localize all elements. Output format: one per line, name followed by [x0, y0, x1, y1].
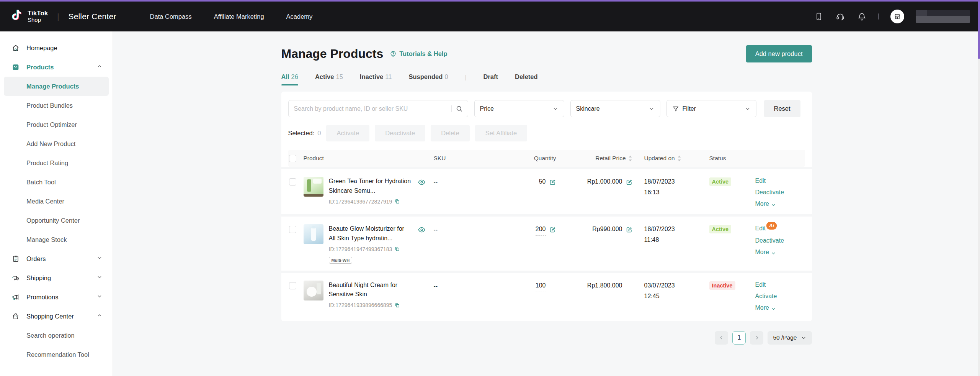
- product-image[interactable]: [304, 224, 323, 244]
- sidebar-item-manage-products[interactable]: Manage Products: [4, 77, 109, 96]
- sidebar-item-manage-stock[interactable]: Manage Stock: [0, 230, 113, 249]
- chevron-down-icon: [96, 255, 103, 263]
- tab-inactive[interactable]: Inactive 11: [360, 73, 392, 85]
- sidebar-item-search-operation[interactable]: Search operation: [0, 326, 113, 345]
- category-dropdown[interactable]: Skincare: [570, 100, 660, 117]
- copy-icon[interactable]: [394, 199, 400, 204]
- sidebar-item-shipping[interactable]: Shipping: [0, 268, 113, 287]
- copy-icon[interactable]: [394, 246, 400, 252]
- edit-price-icon[interactable]: [626, 179, 633, 187]
- tab-count: 15: [336, 73, 343, 80]
- scrollbar-thumb[interactable]: [978, 1, 980, 59]
- prev-page-button[interactable]: [715, 331, 728, 345]
- sidebar-item-promotions[interactable]: Promotions: [0, 287, 113, 307]
- shop-name-redacted[interactable]: [916, 10, 970, 23]
- search-box[interactable]: [288, 100, 468, 117]
- edit-price-icon[interactable]: [626, 226, 633, 235]
- more-action[interactable]: More: [755, 304, 776, 311]
- mobile-app-icon[interactable]: [814, 11, 824, 21]
- next-page-button[interactable]: [750, 331, 763, 345]
- support-headset-icon[interactable]: [835, 11, 845, 21]
- tab-label: Inactive: [360, 73, 383, 80]
- topbar-separator: [878, 13, 879, 20]
- column-updated-on[interactable]: Updated on: [644, 155, 709, 162]
- tutorials-help-link[interactable]: Tutorials & Help: [389, 50, 447, 58]
- product-name[interactable]: Beautiful Night Cream for Sensitive Skin: [329, 281, 412, 300]
- deactivate-action[interactable]: Deactivate: [755, 237, 784, 244]
- sidebar-item-add-new-product[interactable]: Add New Product: [0, 134, 113, 153]
- deactivate-button[interactable]: Deactivate: [375, 125, 425, 141]
- tabs-divider: |: [465, 73, 467, 80]
- tab-deleted[interactable]: Deleted: [515, 73, 538, 85]
- notifications-bell-icon[interactable]: [857, 11, 867, 21]
- copy-icon[interactable]: [394, 302, 400, 308]
- sidebar-item-orders[interactable]: Orders: [0, 249, 113, 268]
- quantity-value[interactable]: 100: [536, 282, 546, 292]
- edit-action[interactable]: Edit: [755, 177, 766, 184]
- current-page[interactable]: 1: [732, 331, 746, 345]
- search-input[interactable]: [294, 105, 451, 112]
- column-retail-price[interactable]: Retail Price: [568, 155, 644, 162]
- nav-academy[interactable]: Academy: [286, 13, 313, 20]
- shop-avatar[interactable]: [890, 10, 904, 23]
- page-size-dropdown[interactable]: 50 /Page: [768, 331, 812, 345]
- sidebar-item-batch-tool[interactable]: Batch Tool: [0, 172, 113, 192]
- edit-quantity-icon[interactable]: [549, 179, 556, 187]
- row-checkbox[interactable]: [289, 226, 296, 233]
- sidebar-item-product-bundles[interactable]: Product Bundles: [0, 96, 113, 115]
- activate-action[interactable]: Activate: [755, 293, 777, 300]
- tab-suspended[interactable]: Suspended 0: [408, 73, 448, 85]
- more-action[interactable]: More: [755, 249, 776, 256]
- row-checkbox[interactable]: [289, 178, 296, 186]
- nav-affiliate-marketing[interactable]: Affiliate Marketing: [214, 13, 264, 20]
- product-image[interactable]: [304, 281, 323, 300]
- product-image[interactable]: [304, 177, 323, 197]
- edit-action[interactable]: Edit Ai: [755, 225, 777, 233]
- orders-clipboard-icon: [11, 254, 20, 263]
- ai-badge: Ai: [766, 222, 777, 230]
- sidebar-item-shopping-center[interactable]: Shopping Center: [0, 307, 113, 326]
- sidebar-item-product-rating[interactable]: Product Rating: [0, 153, 113, 172]
- sidebar-item-product-optimizer[interactable]: Product Optimizer: [0, 115, 113, 134]
- reset-button[interactable]: Reset: [764, 100, 800, 117]
- sidebar-item-recommendation-tool[interactable]: Recommendation Tool: [0, 345, 113, 364]
- activate-button[interactable]: Activate: [326, 125, 369, 141]
- chevron-down-icon: [771, 306, 776, 311]
- sidebar-item-opportunity-center[interactable]: Opportunity Center: [0, 211, 113, 230]
- tab-draft[interactable]: Draft: [483, 73, 498, 85]
- add-new-product-button[interactable]: Add new product: [746, 45, 812, 62]
- tiktok-shop-logo[interactable]: TikTok Shop: [10, 9, 48, 24]
- price-dropdown[interactable]: Price: [474, 100, 564, 117]
- tab-active-products[interactable]: Active 15: [315, 73, 343, 85]
- price-dropdown-value: Price: [480, 105, 552, 112]
- preview-eye-icon[interactable]: [418, 178, 426, 188]
- deactivate-action[interactable]: Deactivate: [755, 189, 784, 196]
- nav-data-compass[interactable]: Data Compass: [150, 13, 192, 20]
- set-affiliate-button[interactable]: Set Affiliate: [475, 125, 527, 141]
- search-icon[interactable]: [456, 105, 463, 113]
- delete-button[interactable]: Delete: [431, 125, 470, 141]
- category-dropdown-value: Skincare: [576, 105, 648, 112]
- filter-dropdown[interactable]: Filter: [666, 100, 756, 117]
- product-name[interactable]: Beaute Glow Moisturizer for All Skin Typ…: [329, 224, 412, 243]
- sidebar-item-products[interactable]: Products: [0, 57, 113, 77]
- quantity-value[interactable]: 200: [536, 226, 546, 236]
- edit-quantity-icon[interactable]: [549, 226, 556, 235]
- sidebar-item-media-center[interactable]: Media Center: [0, 192, 113, 211]
- select-all-checkbox[interactable]: [289, 155, 296, 162]
- chevron-down-icon: [771, 202, 776, 207]
- edit-action[interactable]: Edit: [755, 281, 766, 288]
- more-action[interactable]: More: [755, 200, 776, 207]
- product-name[interactable]: Green Tea Toner for Hydration Skincare S…: [329, 177, 412, 196]
- sidebar-item-homepage[interactable]: Homepage: [0, 38, 113, 57]
- multi-warehouse-tag: Multi-WH: [329, 257, 353, 264]
- quantity-value[interactable]: 50: [539, 178, 546, 188]
- row-checkbox[interactable]: [289, 282, 296, 289]
- sort-icon[interactable]: [677, 155, 682, 162]
- tab-all[interactable]: All 26: [281, 73, 298, 85]
- sku-value: --: [434, 177, 483, 186]
- tab-label: Draft: [483, 73, 498, 80]
- chevron-down-icon: [96, 293, 103, 301]
- preview-eye-icon[interactable]: [418, 226, 426, 235]
- sort-icon[interactable]: [628, 155, 633, 162]
